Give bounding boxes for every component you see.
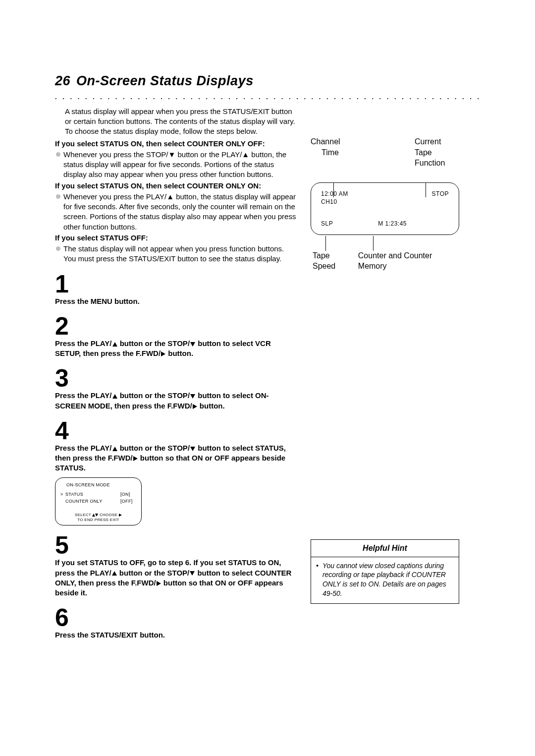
osd-counter-value: [OFF] — [120, 498, 136, 505]
condition-body-1: Whenever you press the STOP/▼ button or … — [63, 150, 298, 180]
osd-counter-label: COUNTER ONLY — [65, 498, 120, 505]
step-3-part-a: Press the PLAY/ — [55, 391, 112, 400]
status-counter: M 1:23:45 — [333, 220, 439, 228]
step-3-text: Press the PLAY/ button or the STOP/ butt… — [55, 391, 298, 411]
condition-heading-2: If you select STATUS ON, then select COU… — [55, 181, 298, 191]
osd-status-value: [ON] — [120, 491, 136, 498]
osd-cursor: > — [60, 491, 65, 498]
hint-box: Helpful Hint • You cannot view closed ca… — [311, 539, 459, 604]
condition-body-2: Whenever you press the PLAY/▲ button, th… — [63, 192, 298, 232]
down-arrow-icon — [190, 342, 195, 347]
osd-status-label: STATUS — [65, 491, 120, 498]
step-4-part-a: Press the PLAY/ — [55, 444, 112, 452]
bullet-icon — [56, 246, 60, 251]
osd-menu-box: ON-SCREEN MODE > STATUS [ON] COUNTER ONL… — [55, 477, 142, 526]
status-display-box: 12:00 AM CH10 STOP SLP M 1:23:45 — [311, 182, 459, 235]
osd-foot-line-1: SELECT CHOOSE — [60, 513, 136, 518]
status-tape-speed: SLP — [321, 220, 333, 228]
right-arrow-icon — [157, 581, 161, 586]
step-3-part-d: button. — [198, 402, 225, 410]
diagram-label-channel: Channel — [311, 136, 340, 147]
up-arrow-icon — [112, 342, 117, 347]
up-arrow-icon — [112, 447, 117, 451]
step-5-text: If you set STATUS to OFF, go to step 6. … — [55, 558, 298, 598]
section-title: On-Screen Status Displays — [76, 72, 254, 90]
step-5-part-b: button or the STOP/ — [117, 569, 190, 577]
step-2-text: Press the PLAY/ button or the STOP/ butt… — [55, 339, 298, 359]
up-arrow-icon — [112, 571, 117, 576]
bullet-icon — [56, 194, 60, 199]
osd-title: ON-SCREEN MODE — [66, 482, 136, 489]
step-2-part-b: button or the STOP/ — [118, 339, 190, 348]
step-6-text: Press the STATUS/EXIT button. — [55, 630, 298, 640]
status-function: STOP — [432, 190, 449, 206]
step-number-5: 5 — [55, 534, 298, 557]
left-column: A status display will appear when you pr… — [55, 107, 298, 640]
step-number-3: 3 — [55, 367, 298, 390]
diagram-label-current-tape-function: Current Tape Function — [415, 136, 459, 169]
status-time: 12:00 AM — [321, 190, 348, 198]
page-number: 26 — [55, 72, 70, 90]
down-arrow-icon — [190, 447, 195, 451]
diagram-label-time: Time — [311, 147, 340, 158]
condition-heading-1: If you select STATUS ON, then select COU… — [55, 139, 298, 149]
step-4-part-b: button or the STOP/ — [118, 444, 190, 452]
intro-paragraph: A status display will appear when you pr… — [55, 107, 298, 137]
step-2-part-d: button. — [166, 349, 193, 357]
bullet-icon — [56, 152, 60, 157]
condition-heading-3: If you select STATUS OFF: — [55, 233, 298, 243]
hint-title: Helpful Hint — [311, 540, 459, 557]
step-number-6: 6 — [55, 607, 298, 629]
status-channel: CH10 — [321, 198, 348, 206]
step-number-4: 4 — [55, 420, 298, 442]
down-arrow-icon — [190, 571, 195, 576]
dot-leader: . . . . . . . . . . . . . . . . . . . . … — [55, 93, 483, 102]
down-arrow-icon — [95, 514, 98, 517]
step-number-2: 2 — [55, 315, 298, 338]
step-number-1: 1 — [55, 273, 298, 295]
step-1-text: Press the MENU button. — [55, 296, 298, 306]
osd-foot-line-2: TO END PRESS EXIT — [60, 518, 136, 523]
step-2-part-a: Press the PLAY/ — [55, 339, 112, 348]
condition-body-3: The status display will not appear when … — [63, 244, 298, 264]
diagram-label-tape-speed: Tape Speed — [313, 251, 342, 272]
down-arrow-icon — [190, 394, 195, 399]
step-3-part-b: button or the STOP/ — [118, 391, 190, 400]
hint-body-text: You cannot view closed captions during r… — [322, 561, 454, 599]
step-4-text: Press the PLAY/ button or the STOP/ butt… — [55, 443, 298, 473]
right-column: Channel Time Current Tape Function 12:00… — [311, 107, 459, 640]
right-arrow-icon — [161, 351, 165, 356]
hint-bullet: • — [316, 561, 319, 599]
right-arrow-icon — [119, 514, 122, 517]
right-arrow-icon — [133, 456, 138, 461]
up-arrow-icon — [112, 394, 117, 399]
right-arrow-icon — [193, 404, 197, 409]
diagram-label-counter: Counter and Counter Memory — [358, 251, 459, 272]
